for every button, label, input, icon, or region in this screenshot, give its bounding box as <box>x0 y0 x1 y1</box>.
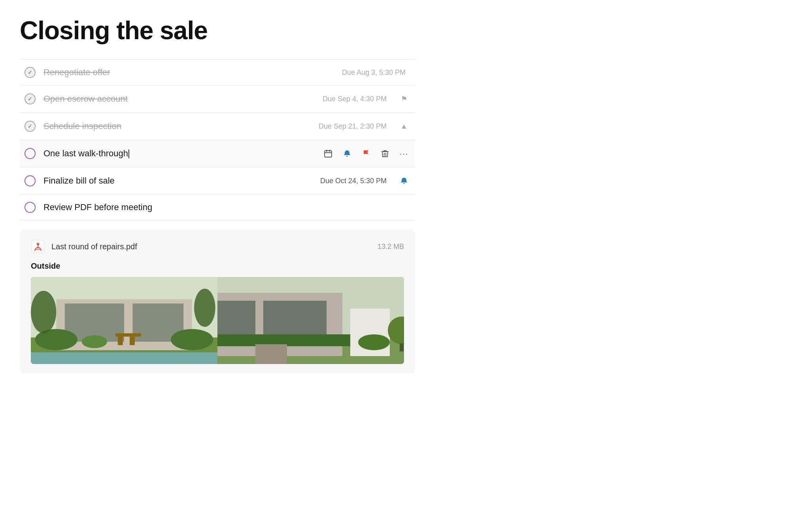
page-title: Closing the sale <box>20 16 415 45</box>
task-label-1: Renegotiate offer <box>43 67 342 78</box>
task-due-3: Due Sep 21, 2:30 PM <box>319 122 387 131</box>
pdf-icon <box>31 239 45 254</box>
svg-point-16 <box>31 291 56 333</box>
task-label-5: Finalize bill of sale <box>43 176 320 186</box>
text-cursor <box>128 150 129 158</box>
trash-icon[interactable] <box>379 147 391 160</box>
image-strip <box>31 277 404 364</box>
svg-point-15 <box>82 336 107 348</box>
svg-rect-0 <box>325 151 332 157</box>
task-row: Finalize bill of sale Due Oct 24, 5:30 P… <box>20 167 415 195</box>
bell-icon[interactable] <box>341 147 353 160</box>
svg-rect-10 <box>116 333 141 337</box>
attachment-size: 13.2 MB <box>378 243 404 251</box>
task-actions-1: Due Aug 3, 5:30 PM <box>342 68 410 77</box>
flag-icon[interactable] <box>360 147 372 160</box>
svg-point-14 <box>171 329 213 350</box>
svg-rect-26 <box>400 343 404 351</box>
task-row-active: One last walk-through <box>20 140 415 167</box>
svg-point-17 <box>194 289 215 327</box>
section-label: Outside <box>31 262 404 271</box>
task-list: Renegotiate offer Due Aug 3, 5:30 PM Ope… <box>20 59 415 220</box>
task-due-5: Due Oct 24, 5:30 PM <box>320 177 387 185</box>
svg-rect-12 <box>130 337 135 345</box>
task-label-3: Schedule inspection <box>43 121 319 131</box>
task-actions-5: Due Oct 24, 5:30 PM <box>320 174 410 187</box>
task-actions-2: Due Sep 4, 4:30 PM ⚑ <box>323 93 410 105</box>
flag-icon: ⚑ <box>398 93 410 105</box>
svg-point-3 <box>37 243 39 245</box>
svg-rect-30 <box>255 344 287 364</box>
task-actions-4: ··· <box>322 147 410 160</box>
svg-rect-11 <box>118 337 123 345</box>
attachment-row: Last round of repairs.pdf 13.2 MB <box>31 239 404 254</box>
task-checkbox-3[interactable] <box>25 121 36 132</box>
attachment-section: Last round of repairs.pdf 13.2 MB Outsid… <box>20 230 415 374</box>
svg-rect-6 <box>31 352 217 364</box>
task-actions-3: Due Sep 21, 2:30 PM ▲ <box>319 120 410 133</box>
house-image-right[interactable] <box>217 277 404 364</box>
bell-icon[interactable] <box>398 174 410 187</box>
svg-point-29 <box>358 334 390 350</box>
attachment-filename[interactable]: Last round of repairs.pdf <box>51 242 378 251</box>
calendar-icon[interactable] <box>322 147 334 160</box>
task-checkbox-4[interactable] <box>25 148 36 159</box>
task-row: Renegotiate offer Due Aug 3, 5:30 PM <box>20 59 415 85</box>
task-row: Review PDF before meeting <box>20 195 415 220</box>
task-label-4: One last walk-through <box>43 148 322 159</box>
task-checkbox-6[interactable] <box>25 202 36 213</box>
task-label-2: Open escrow account <box>43 94 323 104</box>
task-label-6: Review PDF before meeting <box>43 202 410 212</box>
house-image-left[interactable] <box>31 277 217 364</box>
task-due-2: Due Sep 4, 4:30 PM <box>323 95 387 103</box>
more-options-icon[interactable]: ··· <box>398 147 410 160</box>
task-row: Schedule inspection Due Sep 21, 2:30 PM … <box>20 113 415 140</box>
task-row: Open escrow account Due Sep 4, 4:30 PM ⚑ <box>20 85 415 113</box>
task-checkbox-1[interactable] <box>25 67 36 78</box>
task-checkbox-5[interactable] <box>25 175 36 186</box>
bell-icon: ▲ <box>398 120 410 133</box>
task-due-1: Due Aug 3, 5:30 PM <box>342 68 406 77</box>
task-checkbox-2[interactable] <box>25 93 36 104</box>
